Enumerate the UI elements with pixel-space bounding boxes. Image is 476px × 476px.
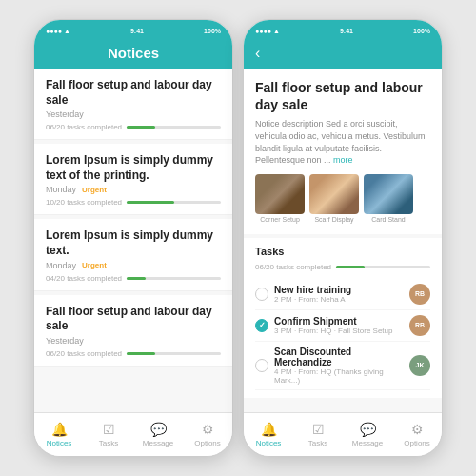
progress-fill-1	[127, 126, 155, 129]
message-nav-icon-right: 💬	[360, 422, 376, 437]
notice-item-3[interactable]: Lorem Ipsum is simply dummy text. Monday…	[34, 219, 232, 290]
notice-title-3: Lorem Ipsum is simply dummy text.	[46, 228, 221, 258]
corner-setup-label: Corner Setup	[255, 216, 305, 223]
detail-scroll[interactable]: Fall floor setup and labour day sale Not…	[244, 69, 442, 412]
app-title-left: Notices	[46, 45, 221, 61]
nav-notices-right[interactable]: 🔔 Notices	[244, 413, 293, 456]
left-phone: ●●●● ▲ 9:41 100% Notices Fall floor setu…	[33, 19, 233, 457]
task-item-1[interactable]: New hire training 2 PM · From: Neha A RB	[255, 279, 430, 310]
tasks-nav-icon: ☑	[103, 422, 115, 437]
image-item-1: Corner Setup	[255, 174, 305, 223]
progress-fill-4	[127, 352, 155, 355]
nav-notices-left[interactable]: 🔔 Notices	[34, 413, 84, 456]
notice-date-2: Monday	[46, 185, 76, 194]
notice-progress-3: 04/20 tasks completed	[46, 274, 221, 283]
notice-urgent-3: Urgent	[82, 261, 107, 269]
battery-icon-right: 100%	[413, 28, 430, 34]
progress-bg-2	[127, 201, 221, 204]
detail-title: Fall floor setup and labour day sale	[255, 79, 430, 113]
avatar-initials-1: RB	[415, 290, 425, 297]
notice-progress-label-3: 04/20 tasks completed	[46, 274, 122, 283]
notices-list[interactable]: Fall floor setup and labour day sale Yes…	[34, 69, 232, 412]
image-item-3: Card Stand	[364, 174, 413, 223]
battery-icon: 100%	[204, 28, 221, 34]
task-info-1: New hire training 2 PM · From: Neha A	[274, 285, 404, 304]
notice-progress-1: 06/20 tasks completed	[46, 123, 221, 131]
task-checkbox-2[interactable]	[255, 319, 268, 332]
notice-item-1[interactable]: Fall floor setup and labour day sale Yes…	[34, 69, 232, 140]
task-avatar-2: RB	[409, 315, 430, 336]
bottom-nav-left: 🔔 Notices ☑ Tasks 💬 Message ⚙ Options	[34, 412, 232, 456]
signal-icon: ●●●●	[46, 28, 62, 34]
nav-tasks-right[interactable]: ☑ Tasks	[293, 413, 343, 456]
bottom-nav-right: 🔔 Notices ☑ Tasks 💬 Message ⚙ Options	[244, 412, 442, 456]
app-header-right: ‹	[244, 39, 442, 69]
status-time-right: 9:41	[340, 28, 353, 34]
corner-setup-image	[255, 174, 305, 214]
notice-title-4: Fall floor setup and labour day sale	[46, 305, 221, 334]
notice-item-2[interactable]: Lorem Ipsum is simply dummy text of the …	[34, 144, 232, 215]
scarf-display-image	[309, 174, 359, 214]
progress-bg-1	[127, 126, 221, 129]
task-info-3: Scan Discounted Merchandize 4 PM · From:…	[274, 347, 404, 385]
tasks-progress-bg	[336, 266, 430, 268]
more-link[interactable]: more	[333, 155, 353, 165]
notice-meta-1: Yesterday	[46, 109, 221, 119]
nav-options-right[interactable]: ⚙ Options	[392, 413, 442, 456]
back-button[interactable]: ‹	[255, 45, 430, 62]
tasks-progress-label: 06/20 tasks completed	[255, 263, 331, 271]
detail-description: Notice description Sed a orci suscipit, …	[255, 118, 430, 166]
task-item-2[interactable]: Confirm Shipment 3 PM · From: HQ · Fall …	[255, 310, 430, 342]
notice-progress-4: 06/20 tasks completed	[46, 349, 221, 358]
notice-progress-label-1: 06/20 tasks completed	[46, 123, 122, 131]
status-time: 9:41	[130, 28, 144, 34]
nav-message-left[interactable]: 💬 Message	[133, 413, 183, 456]
notice-date-1: Yesterday	[46, 109, 84, 119]
message-nav-label: Message	[143, 439, 173, 447]
tasks-nav-label-right: Tasks	[308, 439, 327, 447]
notice-title-2: Lorem Ipsum is simply dummy text of the …	[46, 153, 221, 183]
notice-meta-2: Monday Urgent	[46, 185, 221, 194]
options-nav-label: Options	[194, 439, 221, 447]
nav-options-left[interactable]: ⚙ Options	[183, 413, 232, 456]
card-stand-image	[364, 174, 413, 214]
progress-bg-3	[127, 277, 221, 280]
tasks-progress-row: 06/20 tasks completed	[255, 263, 430, 271]
tasks-section-title: Tasks	[255, 246, 430, 257]
nav-message-right[interactable]: 💬 Message	[343, 413, 392, 456]
detail-header-section: Fall floor setup and labour day sale Not…	[244, 69, 442, 234]
status-bar-right: ●●●● ▲ 9:41 100%	[244, 20, 442, 39]
notice-urgent-2: Urgent	[82, 186, 107, 194]
message-nav-label-right: Message	[352, 439, 383, 447]
status-right-right-group: 100%	[413, 28, 430, 34]
notice-progress-label-4: 06/20 tasks completed	[46, 349, 122, 358]
task-meta-1: 2 PM · From: Neha A	[274, 295, 404, 304]
notices-nav-label-right: Notices	[256, 439, 282, 447]
avatar-initials-3: JK	[416, 362, 425, 368]
status-bar-left: ●●●● ▲ 9:41 100%	[34, 20, 232, 39]
app-header-left: Notices	[34, 39, 232, 69]
tasks-nav-icon-right: ☑	[312, 422, 325, 437]
notice-item-4[interactable]: Fall floor setup and labour day sale Yes…	[34, 295, 232, 367]
notice-date-3: Monday	[46, 261, 76, 270]
tasks-nav-label: Tasks	[99, 439, 118, 447]
task-checkbox-1[interactable]	[255, 288, 268, 301]
task-avatar-3: JK	[409, 355, 430, 376]
status-left-group: ●●●● ▲	[46, 28, 70, 34]
task-info-2: Confirm Shipment 3 PM · From: HQ · Fall …	[274, 316, 404, 335]
task-checkbox-3[interactable]	[255, 359, 268, 372]
nav-tasks-left[interactable]: ☑ Tasks	[84, 413, 133, 456]
task-name-2: Confirm Shipment	[274, 316, 404, 327]
notices-nav-icon: 🔔	[51, 422, 68, 437]
message-nav-icon: 💬	[150, 422, 167, 437]
notice-progress-label-2: 10/20 tasks completed	[46, 198, 122, 207]
task-meta-2: 3 PM · From: HQ · Fall Store Setup	[274, 327, 404, 335]
notices-nav-label: Notices	[47, 439, 72, 447]
image-item-2: Scarf Display	[309, 174, 359, 223]
task-name-1: New hire training	[274, 285, 404, 295]
progress-fill-2	[127, 201, 173, 204]
progress-bg-4	[127, 352, 221, 355]
task-avatar-1: RB	[409, 284, 430, 305]
notice-date-4: Yesterday	[46, 336, 84, 346]
task-item-3[interactable]: Scan Discounted Merchandize 4 PM · From:…	[255, 342, 430, 390]
